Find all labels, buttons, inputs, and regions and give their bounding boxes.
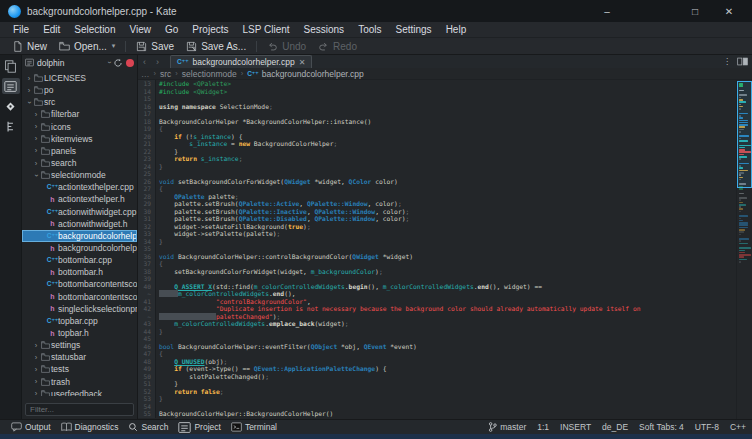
git-status-icon[interactable] bbox=[126, 59, 134, 67]
tree-item-backgroundcolorhelper-h[interactable]: hbackgroundcolorhelper.h bbox=[22, 242, 137, 254]
undo-button[interactable]: Undo bbox=[261, 39, 312, 54]
toolview-button-terminal[interactable]: Terminal bbox=[226, 421, 282, 434]
tree-item-bottombar-cpp[interactable]: C⁺⁺bottombar.cpp bbox=[22, 254, 137, 266]
project-selector[interactable]: dolphin bbox=[25, 58, 105, 68]
tree-item-actiontexthelper-h[interactable]: hactiontexthelper.h bbox=[22, 193, 137, 205]
menu-item-settings[interactable]: Settings bbox=[388, 22, 438, 38]
tree-item-bottombar-h[interactable]: hbottombar.h bbox=[22, 266, 137, 278]
tree-item-actionwithwidget-h[interactable]: hactionwithwidget.h bbox=[22, 218, 137, 230]
expander-icon[interactable]: › bbox=[32, 122, 40, 131]
menu-item-file[interactable]: File bbox=[6, 22, 36, 38]
toolview-button-output[interactable]: Output bbox=[6, 421, 56, 434]
minimize-button[interactable]: – bbox=[590, 0, 624, 22]
expander-icon[interactable]: › bbox=[32, 134, 40, 143]
expander-icon[interactable]: › bbox=[32, 146, 40, 155]
tree-item-bottombarcontentscont-[interactable]: C⁺⁺bottombarcontentscont... bbox=[22, 278, 137, 290]
tree-item-icons[interactable]: ›icons bbox=[22, 121, 137, 133]
save-button[interactable]: Save bbox=[130, 39, 180, 54]
tree-item-userfeedback[interactable]: ›userfeedback bbox=[22, 388, 137, 396]
tree-item-actiontexthelper-cpp[interactable]: C⁺⁺actiontexthelper.cpp bbox=[22, 181, 137, 193]
tree-item-backgroundcolorhelper-c-[interactable]: C⁺⁺backgroundcolorhelper.c... bbox=[22, 230, 137, 242]
tree-item-label: actiontexthelper.cpp bbox=[58, 182, 134, 192]
tree-item-trash[interactable]: ›trash bbox=[22, 376, 137, 388]
tree-item-singleclickselectionproxy-[interactable]: hsingleclickselectionproxy... bbox=[22, 303, 137, 315]
close-button[interactable]: ✕ bbox=[712, 0, 746, 22]
minimap-scrollbar[interactable] bbox=[736, 80, 752, 419]
tree-item-settings[interactable]: ›settings bbox=[22, 339, 137, 351]
toolview-button-project[interactable]: Project bbox=[173, 421, 225, 434]
tree-item-panels[interactable]: ›panels bbox=[22, 145, 137, 157]
status-de-de[interactable]: de_DE bbox=[602, 422, 628, 432]
status-c++[interactable]: C++ bbox=[730, 422, 746, 432]
status-insert[interactable]: INSERT bbox=[560, 422, 591, 432]
minimap-viewport[interactable] bbox=[737, 81, 752, 188]
expander-icon[interactable]: › bbox=[25, 98, 34, 106]
split-view-icon[interactable] bbox=[737, 57, 748, 66]
menu-item-lsp-client[interactable]: LSP Client bbox=[235, 22, 296, 38]
breadcrumb-file[interactable]: C⁺⁺backgroundcolorhelper.cpp bbox=[247, 69, 364, 79]
tree-item-tests[interactable]: ›tests bbox=[22, 363, 137, 375]
breadcrumb-part-selectionmode[interactable]: selectionmode bbox=[182, 69, 237, 79]
tree-item-kitemviews[interactable]: ›kitemviews bbox=[22, 133, 137, 145]
tree-item-selectionmode[interactable]: ›selectionmode bbox=[22, 169, 137, 181]
dropdown-arrow-icon[interactable]: ▾ bbox=[112, 42, 116, 50]
code-view[interactable]: 13#include <QPalette>14#include <QWidget… bbox=[138, 80, 752, 419]
chevron-down-icon[interactable]: › bbox=[105, 61, 112, 63]
menu-item-help[interactable]: Help bbox=[439, 22, 474, 38]
menu-item-selection[interactable]: Selection bbox=[67, 22, 122, 38]
tree-item-po[interactable]: ›po bbox=[22, 84, 137, 96]
tree-item-src[interactable]: ›src bbox=[22, 96, 137, 108]
breadcrumb-overflow[interactable]: … bbox=[141, 69, 150, 79]
tree-item-licenses[interactable]: ›LICENSES bbox=[22, 72, 137, 84]
breadcrumb-part-src[interactable]: src bbox=[160, 69, 171, 79]
status-1-1[interactable]: 1:1 bbox=[537, 422, 549, 432]
menu-item-projects[interactable]: Projects bbox=[185, 22, 235, 38]
tab-close-icon[interactable]: ✕ bbox=[299, 58, 306, 67]
filter-input[interactable] bbox=[25, 403, 134, 416]
more-options-icon[interactable]: ⋮ bbox=[723, 57, 731, 66]
tree-item-label: actiontexthelper.h bbox=[58, 194, 125, 204]
sidebar-tool-symbols[interactable] bbox=[2, 118, 20, 134]
tab-backgroundcolorhelper[interactable]: C⁺⁺ backgroundcolorhelper.cpp ✕ bbox=[170, 55, 312, 68]
status-soft-tabs-4[interactable]: Soft Tabs: 4 bbox=[639, 422, 684, 432]
sidebar-tool-project[interactable] bbox=[2, 78, 20, 94]
status-utf-8[interactable]: UTF-8 bbox=[695, 422, 719, 432]
save-as-button[interactable]: Save As... bbox=[180, 39, 252, 54]
nav-back-icon[interactable]: ‹ bbox=[138, 55, 151, 68]
expander-icon[interactable]: › bbox=[32, 110, 40, 119]
status-master[interactable]: master bbox=[488, 422, 526, 432]
toolview-button-diagnostics[interactable]: Diagnostics bbox=[56, 421, 124, 434]
menu-item-tools[interactable]: Tools bbox=[351, 22, 388, 38]
tree-item-topbar-h[interactable]: htopbar.h bbox=[22, 327, 137, 339]
sidebar-tool-documents[interactable] bbox=[2, 58, 20, 74]
open-button[interactable]: Open...▾ bbox=[53, 39, 121, 54]
expander-icon[interactable]: › bbox=[25, 74, 33, 83]
expander-icon[interactable]: › bbox=[32, 377, 40, 386]
code-text: } bbox=[156, 328, 163, 336]
sidebar-tool-git[interactable] bbox=[2, 98, 20, 114]
refresh-icon[interactable] bbox=[113, 58, 123, 68]
redo-button[interactable]: Redo bbox=[312, 39, 363, 54]
tree-item-bottombarcontentscont-[interactable]: hbottombarcontentscont... bbox=[22, 291, 137, 303]
menu-item-go[interactable]: Go bbox=[158, 22, 185, 38]
tree-item-actionwithwidget-cpp[interactable]: C⁺⁺actionwithwidget.cpp bbox=[22, 206, 137, 218]
tree-item-statusbar[interactable]: ›statusbar bbox=[22, 351, 137, 363]
menu-item-sessions[interactable]: Sessions bbox=[297, 22, 352, 38]
expander-icon[interactable]: › bbox=[32, 159, 40, 168]
project-icon bbox=[4, 80, 17, 93]
tree-item-search[interactable]: ›search bbox=[22, 157, 137, 169]
expander-icon[interactable]: › bbox=[25, 86, 33, 95]
expander-icon[interactable]: › bbox=[32, 171, 41, 179]
maximize-button[interactable]: □ bbox=[678, 0, 712, 22]
tree-item-topbar-cpp[interactable]: C⁺⁺topbar.cpp bbox=[22, 315, 137, 327]
menu-item-view[interactable]: View bbox=[123, 22, 159, 38]
expander-icon[interactable]: › bbox=[32, 353, 40, 362]
expander-icon[interactable]: › bbox=[32, 341, 40, 350]
expander-icon[interactable]: › bbox=[32, 365, 40, 374]
nav-forward-icon[interactable]: › bbox=[151, 55, 164, 68]
tree-item-filterbar[interactable]: ›filterbar bbox=[22, 108, 137, 120]
expander-icon[interactable]: › bbox=[32, 389, 40, 396]
toolview-button-search[interactable]: Search bbox=[123, 421, 173, 434]
menu-item-edit[interactable]: Edit bbox=[36, 22, 67, 38]
new-button[interactable]: New bbox=[6, 39, 53, 54]
